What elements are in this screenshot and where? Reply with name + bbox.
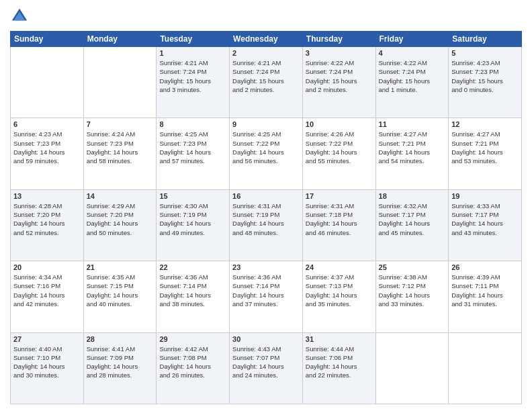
day-info: Sunrise: 4:36 AM Sunset: 7:14 PM Dayligh… xyxy=(232,273,300,308)
calendar-cell: 22Sunrise: 4:36 AM Sunset: 7:14 PM Dayli… xyxy=(157,261,230,332)
day-number: 16 xyxy=(232,192,300,200)
calendar-cell: 7Sunrise: 4:24 AM Sunset: 7:23 PM Daylig… xyxy=(83,118,157,189)
calendar-cell: 20Sunrise: 4:34 AM Sunset: 7:16 PM Dayli… xyxy=(11,261,84,332)
day-number: 15 xyxy=(159,192,226,200)
day-info: Sunrise: 4:24 AM Sunset: 7:23 PM Dayligh… xyxy=(87,130,154,165)
page: SundayMondayTuesdayWednesdayThursdayFrid… xyxy=(0,0,532,411)
calendar-cell: 1Sunrise: 4:21 AM Sunset: 7:24 PM Daylig… xyxy=(157,47,230,118)
day-number: 30 xyxy=(232,335,300,343)
calendar-cell: 27Sunrise: 4:40 AM Sunset: 7:10 PM Dayli… xyxy=(11,332,84,404)
calendar-cell: 13Sunrise: 4:28 AM Sunset: 7:20 PM Dayli… xyxy=(11,189,84,261)
day-info: Sunrise: 4:44 AM Sunset: 7:06 PM Dayligh… xyxy=(306,345,373,380)
calendar-table: SundayMondayTuesdayWednesdayThursdayFrid… xyxy=(10,31,522,404)
calendar-cell: 15Sunrise: 4:30 AM Sunset: 7:19 PM Dayli… xyxy=(157,189,230,261)
day-info: Sunrise: 4:43 AM Sunset: 7:07 PM Dayligh… xyxy=(232,345,300,380)
calendar-cell: 11Sunrise: 4:27 AM Sunset: 7:21 PM Dayli… xyxy=(375,118,449,189)
day-info: Sunrise: 4:21 AM Sunset: 7:24 PM Dayligh… xyxy=(232,58,300,94)
day-info: Sunrise: 4:26 AM Sunset: 7:22 PM Dayligh… xyxy=(306,130,373,165)
day-info: Sunrise: 4:28 AM Sunset: 7:20 PM Dayligh… xyxy=(13,201,81,237)
day-number: 31 xyxy=(306,335,373,343)
day-number: 2 xyxy=(232,49,300,57)
day-number: 12 xyxy=(451,120,519,128)
day-info: Sunrise: 4:31 AM Sunset: 7:19 PM Dayligh… xyxy=(232,201,300,237)
calendar-cell: 18Sunrise: 4:32 AM Sunset: 7:17 PM Dayli… xyxy=(375,189,449,261)
calendar-cell: 17Sunrise: 4:31 AM Sunset: 7:18 PM Dayli… xyxy=(302,189,375,261)
day-info: Sunrise: 4:29 AM Sunset: 7:20 PM Dayligh… xyxy=(87,201,154,237)
day-number: 19 xyxy=(451,192,519,200)
day-number: 6 xyxy=(13,120,81,128)
calendar-cell: 14Sunrise: 4:29 AM Sunset: 7:20 PM Dayli… xyxy=(83,189,157,261)
day-number: 23 xyxy=(232,263,300,271)
calendar-header-row: SundayMondayTuesdayWednesdayThursdayFrid… xyxy=(11,32,522,47)
calendar-week-row: 6Sunrise: 4:23 AM Sunset: 7:23 PM Daylig… xyxy=(11,118,522,189)
day-of-week-header: Friday xyxy=(375,32,449,47)
calendar-week-row: 27Sunrise: 4:40 AM Sunset: 7:10 PM Dayli… xyxy=(11,332,522,404)
calendar-cell: 26Sunrise: 4:39 AM Sunset: 7:11 PM Dayli… xyxy=(449,261,522,332)
calendar-cell: 30Sunrise: 4:43 AM Sunset: 7:07 PM Dayli… xyxy=(230,332,303,404)
day-number: 4 xyxy=(379,49,446,57)
calendar-cell xyxy=(449,332,522,404)
day-number: 21 xyxy=(87,263,154,271)
day-info: Sunrise: 4:23 AM Sunset: 7:23 PM Dayligh… xyxy=(451,58,519,94)
calendar-cell: 6Sunrise: 4:23 AM Sunset: 7:23 PM Daylig… xyxy=(11,118,84,189)
calendar-cell: 25Sunrise: 4:38 AM Sunset: 7:12 PM Dayli… xyxy=(375,261,449,332)
day-number: 22 xyxy=(159,263,226,271)
day-number: 11 xyxy=(379,120,446,128)
day-of-week-header: Sunday xyxy=(11,32,84,47)
day-info: Sunrise: 4:32 AM Sunset: 7:17 PM Dayligh… xyxy=(379,201,446,237)
day-info: Sunrise: 4:34 AM Sunset: 7:16 PM Dayligh… xyxy=(13,273,81,308)
day-info: Sunrise: 4:25 AM Sunset: 7:23 PM Dayligh… xyxy=(159,130,226,165)
day-number: 26 xyxy=(451,263,519,271)
day-number: 8 xyxy=(159,120,226,128)
day-of-week-header: Saturday xyxy=(449,32,522,47)
day-info: Sunrise: 4:22 AM Sunset: 7:24 PM Dayligh… xyxy=(306,58,373,94)
calendar-cell xyxy=(83,47,157,118)
day-number: 10 xyxy=(306,120,373,128)
day-info: Sunrise: 4:27 AM Sunset: 7:21 PM Dayligh… xyxy=(451,130,519,165)
calendar-cell: 31Sunrise: 4:44 AM Sunset: 7:06 PM Dayli… xyxy=(302,332,375,404)
day-info: Sunrise: 4:35 AM Sunset: 7:15 PM Dayligh… xyxy=(87,273,154,308)
day-number: 14 xyxy=(87,192,154,200)
day-of-week-header: Thursday xyxy=(302,32,375,47)
day-info: Sunrise: 4:23 AM Sunset: 7:23 PM Dayligh… xyxy=(13,130,81,165)
day-info: Sunrise: 4:25 AM Sunset: 7:22 PM Dayligh… xyxy=(232,130,300,165)
calendar-cell xyxy=(375,332,449,404)
calendar-cell: 16Sunrise: 4:31 AM Sunset: 7:19 PM Dayli… xyxy=(230,189,303,261)
calendar-cell: 5Sunrise: 4:23 AM Sunset: 7:23 PM Daylig… xyxy=(449,47,522,118)
calendar-cell: 23Sunrise: 4:36 AM Sunset: 7:14 PM Dayli… xyxy=(230,261,303,332)
day-number: 3 xyxy=(306,49,373,57)
calendar-cell xyxy=(11,47,84,118)
calendar-cell: 3Sunrise: 4:22 AM Sunset: 7:24 PM Daylig… xyxy=(302,47,375,118)
day-number: 24 xyxy=(306,263,373,271)
day-number: 7 xyxy=(87,120,154,128)
day-info: Sunrise: 4:21 AM Sunset: 7:24 PM Dayligh… xyxy=(159,58,226,94)
calendar-cell: 21Sunrise: 4:35 AM Sunset: 7:15 PM Dayli… xyxy=(83,261,157,332)
calendar-cell: 29Sunrise: 4:42 AM Sunset: 7:08 PM Dayli… xyxy=(157,332,230,404)
calendar-week-row: 13Sunrise: 4:28 AM Sunset: 7:20 PM Dayli… xyxy=(11,189,522,261)
day-number: 17 xyxy=(306,192,373,200)
day-info: Sunrise: 4:37 AM Sunset: 7:13 PM Dayligh… xyxy=(306,273,373,308)
day-number: 20 xyxy=(13,263,81,271)
day-of-week-header: Wednesday xyxy=(230,32,303,47)
day-info: Sunrise: 4:40 AM Sunset: 7:10 PM Dayligh… xyxy=(13,345,81,380)
day-info: Sunrise: 4:22 AM Sunset: 7:24 PM Dayligh… xyxy=(379,58,446,94)
day-number: 9 xyxy=(232,120,300,128)
calendar-cell: 19Sunrise: 4:33 AM Sunset: 7:17 PM Dayli… xyxy=(449,189,522,261)
day-info: Sunrise: 4:39 AM Sunset: 7:11 PM Dayligh… xyxy=(451,273,519,308)
day-number: 18 xyxy=(379,192,446,200)
day-number: 27 xyxy=(13,335,81,343)
calendar-cell: 4Sunrise: 4:22 AM Sunset: 7:24 PM Daylig… xyxy=(375,47,449,118)
calendar-cell: 9Sunrise: 4:25 AM Sunset: 7:22 PM Daylig… xyxy=(230,118,303,189)
logo-icon xyxy=(10,7,29,26)
calendar-week-row: 1Sunrise: 4:21 AM Sunset: 7:24 PM Daylig… xyxy=(11,47,522,118)
day-info: Sunrise: 4:27 AM Sunset: 7:21 PM Dayligh… xyxy=(379,130,446,165)
day-number: 1 xyxy=(159,49,226,57)
day-info: Sunrise: 4:38 AM Sunset: 7:12 PM Dayligh… xyxy=(379,273,446,308)
calendar-cell: 24Sunrise: 4:37 AM Sunset: 7:13 PM Dayli… xyxy=(302,261,375,332)
calendar-cell: 10Sunrise: 4:26 AM Sunset: 7:22 PM Dayli… xyxy=(302,118,375,189)
day-number: 13 xyxy=(13,192,81,200)
day-number: 5 xyxy=(451,49,519,57)
day-info: Sunrise: 4:30 AM Sunset: 7:19 PM Dayligh… xyxy=(159,201,226,237)
calendar-cell: 2Sunrise: 4:21 AM Sunset: 7:24 PM Daylig… xyxy=(230,47,303,118)
day-of-week-header: Tuesday xyxy=(157,32,230,47)
